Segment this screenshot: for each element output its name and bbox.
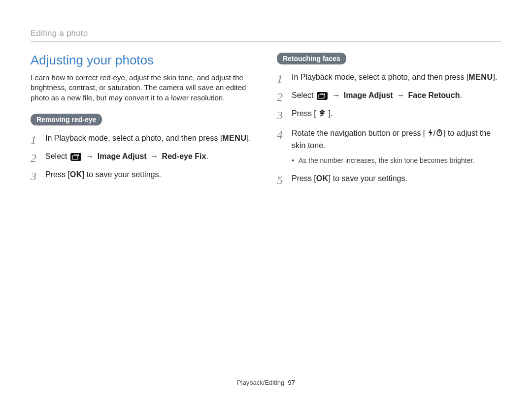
edit-tab-icon xyxy=(70,153,81,161)
step-1: In Playback mode, select a photo, and th… xyxy=(31,132,255,144)
macro-flower-icon xyxy=(318,109,326,120)
breadcrumb: Editing a photo xyxy=(31,29,501,38)
subsection-pill-retouching: Retouching faces xyxy=(277,53,346,64)
step-text-end: ]. xyxy=(493,73,497,81)
self-timer-icon xyxy=(435,128,443,140)
left-column: Adjusting your photos Learn how to corre… xyxy=(31,53,255,191)
menu-path-image-adjust: Image Adjust xyxy=(344,91,393,99)
menu-key: MENU xyxy=(468,73,493,81)
step-text: Select xyxy=(292,91,316,99)
step-1: In Playback mode, select a photo, and th… xyxy=(277,71,501,83)
step-3: Press [ ]. xyxy=(277,108,501,120)
step-text: In Playback mode, select a photo, and th… xyxy=(292,73,468,81)
step-4: Rotate the navigation button or press [ … xyxy=(277,127,501,151)
footer-section: Playback/Editing xyxy=(237,379,284,386)
ok-key: OK xyxy=(316,174,329,183)
subsection-pill-red-eye: Removing red-eye xyxy=(31,114,102,125)
step-text: Press [ xyxy=(292,109,316,118)
arrow: → xyxy=(331,91,343,99)
manual-page: Editing a photo Adjusting your photos Le… xyxy=(0,0,532,401)
arrow: → xyxy=(84,152,97,160)
step-text-end: ] to save your settings. xyxy=(82,170,161,179)
edit-tab-icon xyxy=(317,92,328,100)
steps-left: In Playback mode, select a photo, and th… xyxy=(31,132,255,181)
step-text: In Playback mode, select a photo, and th… xyxy=(45,134,222,142)
step-text: Select xyxy=(45,152,69,160)
right-column: Retouching faces In Playback mode, selec… xyxy=(277,53,501,191)
arrow: → xyxy=(147,152,162,160)
svg-point-2 xyxy=(322,112,323,113)
sub-bullet-list: As the number increases, the skin tone b… xyxy=(277,156,501,166)
period: . xyxy=(206,152,208,160)
menu-path-face-retouch: Face Retouch xyxy=(408,91,460,99)
flash-icon xyxy=(428,128,433,140)
menu-path-red-eye-fix: Red-eye Fix xyxy=(162,152,206,160)
menu-key: MENU xyxy=(222,134,246,142)
step-text-end: ]. xyxy=(246,134,251,142)
content-columns: Adjusting your photos Learn how to corre… xyxy=(31,53,501,191)
step-2: Select → Image Adjust → Red-eye Fix. xyxy=(31,151,255,162)
step-2: Select → Image Adjust → Face Retouch. xyxy=(277,90,501,101)
svg-rect-1 xyxy=(319,94,324,98)
step-3: Press [OK] to save your settings. xyxy=(31,169,255,180)
page-number: 97 xyxy=(288,379,295,386)
step-5: Press [OK] to save your settings. xyxy=(277,173,501,184)
step-text: Press [ xyxy=(292,174,316,183)
svg-rect-0 xyxy=(72,155,78,159)
step-text: Press [ xyxy=(45,170,70,179)
period: . xyxy=(460,91,462,99)
step-text: Rotate the navigation button or press [ xyxy=(292,129,425,137)
page-footer: Playback/Editing 97 xyxy=(0,379,532,386)
section-heading: Adjusting your photos xyxy=(31,53,255,68)
header-divider xyxy=(31,41,501,42)
svg-point-3 xyxy=(322,110,323,112)
menu-path-image-adjust: Image Adjust xyxy=(98,152,147,160)
steps-right: In Playback mode, select a photo, and th… xyxy=(277,71,501,151)
arrow: → xyxy=(393,91,408,99)
steps-right-cont: Press [OK] to save your settings. xyxy=(277,173,501,184)
intro-paragraph: Learn how to correct red-eye, adjust the… xyxy=(31,73,255,103)
ok-key: OK xyxy=(70,170,82,179)
sub-bullet-item: As the number increases, the skin tone b… xyxy=(292,156,501,166)
step-text-end: ] to save your settings. xyxy=(329,174,407,183)
step-text-end: ]. xyxy=(329,109,333,118)
